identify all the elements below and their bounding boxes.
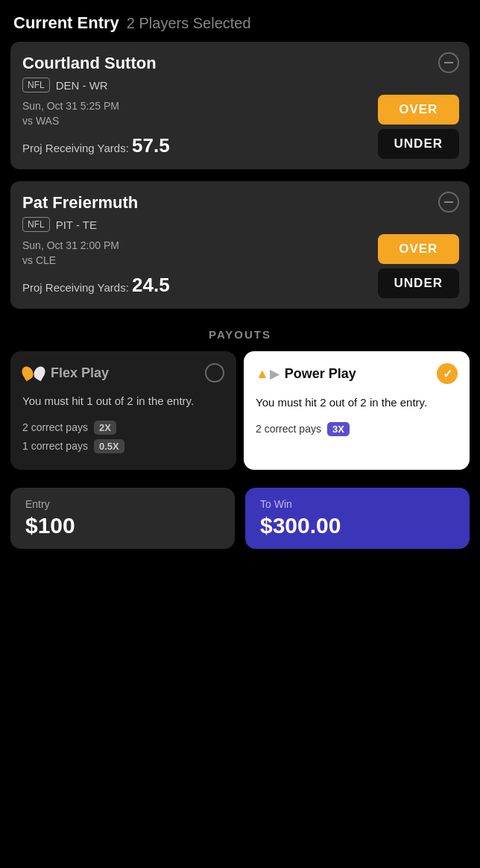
over-under-group-1: OVER UNDER [378,234,459,298]
league-badge-1: NFL [22,217,50,232]
power-play-header: ▲ ▶ Power Play ✓ [256,363,458,384]
power-play-title: Power Play [285,366,356,382]
flex-payout-row-2: 1 correct pays 0.5X [22,439,224,453]
power-payout-label-1: 2 correct pays [256,423,321,435]
power-badge-3x: 3X [327,422,350,436]
flex-play-header: Flex Play [22,363,224,383]
under-button-0[interactable]: UNDER [378,129,459,159]
player-card-1: Pat Freiermuth NFL PIT - TE Sun, Oct 31 … [10,181,470,309]
player-position-1: PIT - TE [56,218,97,231]
power-play-card[interactable]: ▲ ▶ Power Play ✓ You must hit 2 out of 2… [244,351,470,470]
flex-payout-row-1: 2 correct pays 2X [22,421,224,435]
remove-button-0[interactable] [438,52,459,73]
flex-play-title: Flex Play [51,365,109,381]
flex-badge-2x: 2X [94,421,116,435]
flex-play-description: You must hit 1 out of 2 in the entry. [22,393,224,410]
player-count: 2 Players Selected [127,15,251,32]
flex-payout-label-1: 2 correct pays [22,421,88,433]
over-button-1[interactable]: OVER [378,234,459,264]
player-meta-1: NFL PIT - TE [22,217,458,232]
flex-payout-label-2: 1 correct pays [22,440,88,452]
remove-button-1[interactable] [438,192,459,213]
player-name-0: Courtland Sutton [22,54,458,73]
power-play-check: ✓ [437,363,458,384]
player-card-0: Courtland Sutton NFL DEN - WR Sun, Oct 3… [10,42,470,169]
proj-label-0: Proj Receiving Yards: [22,142,132,154]
flex-badge-05x: 0.5X [94,439,124,453]
payouts-label: PAYOUTS [0,321,480,351]
proj-value-1: 24.5 [132,274,170,296]
page-title: Current Entry [13,13,119,33]
entry-box: Entry $100 [10,488,235,549]
header: Current Entry 2 Players Selected [0,0,480,42]
proj-value-0: 57.5 [132,134,170,157]
flex-play-select-circle[interactable] [205,363,224,383]
win-label: To Win [260,498,455,510]
power-play-icon: ▲ ▶ [256,366,279,382]
win-value: $300.00 [260,513,455,538]
power-payout-row-1: 2 correct pays 3X [256,422,458,436]
over-under-group-0: OVER UNDER [378,95,459,159]
under-button-1[interactable]: UNDER [378,268,459,298]
proj-label-1: Proj Receiving Yards: [22,281,132,294]
over-button-0[interactable]: OVER [378,95,459,125]
entry-value: $100 [25,513,220,538]
entry-label: Entry [25,498,220,510]
league-badge-0: NFL [22,78,50,92]
to-win-box[interactable]: To Win $300.00 [245,488,470,549]
flex-play-icon [22,366,45,380]
flex-play-card[interactable]: Flex Play You must hit 1 out of 2 in the… [10,351,236,470]
player-position-0: DEN - WR [56,79,108,92]
player-meta-0: NFL DEN - WR [22,78,458,92]
footer: Entry $100 To Win $300.00 [10,488,470,549]
player-name-1: Pat Freiermuth [22,193,458,213]
payout-cards-row: Flex Play You must hit 1 out of 2 in the… [10,351,470,470]
power-play-description: You must hit 2 out of 2 in the entry. [256,394,458,412]
